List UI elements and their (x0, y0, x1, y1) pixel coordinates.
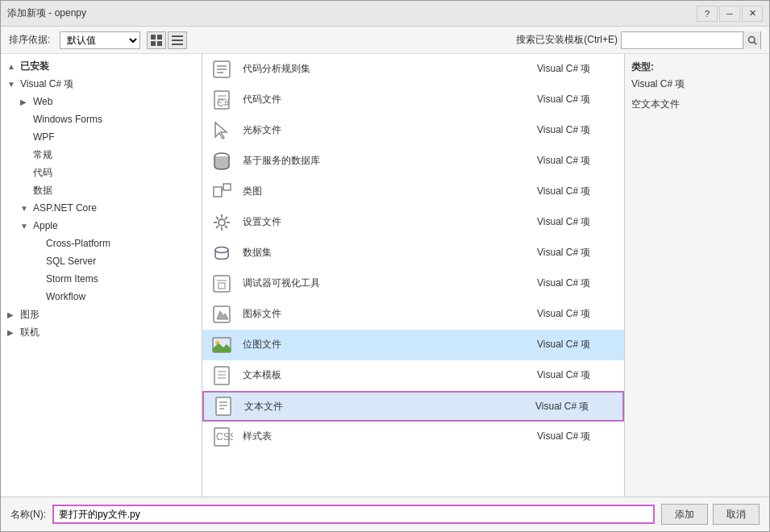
tree-item-web[interactable]: ▶Web (1, 93, 202, 110)
tree-label-visual-csharp: Visual C# 项 (20, 77, 73, 91)
cancel-button[interactable]: 取消 (713, 504, 760, 525)
tree-item-aspnet-core[interactable]: ▼ASP.NET Core (1, 199, 202, 217)
list-item-code-analysis[interactable]: 代码分析规则集Visual C# 项 (202, 54, 624, 85)
dialog-window: 添加新项 - openpy ? ─ ✕ 排序依据: 默认值 (0, 0, 770, 532)
tree-item-storm-items[interactable]: Storm Items (1, 270, 202, 288)
item-icon-icon-file (209, 301, 235, 327)
tree-label-sql-server: SQL Server (46, 256, 96, 267)
minimize-button[interactable]: ─ (719, 6, 740, 22)
expand-icon-aspnet-core: ▼ (20, 204, 30, 213)
item-category-class-diagram: Visual C# 项 (537, 185, 618, 198)
item-icon-settings-file (209, 210, 235, 235)
tree-item-common[interactable]: 常规 (1, 146, 202, 164)
tree-item-windows-forms[interactable]: Windows Forms (1, 110, 202, 128)
tree-label-web: Web (33, 96, 52, 107)
item-icon-service-db (209, 148, 235, 174)
item-icon-text-file (210, 393, 236, 419)
tree-item-data[interactable]: 数据 (1, 181, 202, 199)
list-item-class-diagram[interactable]: 类图Visual C# 项 (202, 177, 624, 207)
search-label: 搜索已安装模板(Ctrl+E) (516, 33, 618, 47)
close-button[interactable]: ✕ (742, 6, 763, 22)
item-name-dataset: 数据集 (243, 246, 529, 260)
tree-item-wpf[interactable]: WPF (1, 128, 202, 146)
svg-rect-6 (172, 44, 183, 45)
tree-item-graphics[interactable]: ▶图形 (1, 305, 202, 323)
tree-item-visual-csharp[interactable]: ▼Visual C# 项 (1, 75, 202, 93)
expand-icon-web: ▶ (20, 98, 30, 106)
item-category-text-file: Visual C# 项 (535, 400, 616, 414)
list-item-cursor-file[interactable]: 光标文件Visual C# 项 (202, 115, 624, 146)
tree-item-code[interactable]: 代码 (1, 164, 202, 181)
item-category-dataset: Visual C# 项 (537, 246, 618, 260)
item-category-service-db: Visual C# 项 (537, 154, 618, 168)
list-view-button[interactable] (168, 31, 187, 49)
list-item-bitmap-file[interactable]: 位图文件Visual C# 项 (202, 330, 624, 360)
list-item-text-template[interactable]: 文本模板Visual C# 项 (202, 360, 624, 391)
list-item-text-file[interactable]: 文本文件Visual C# 项 (202, 391, 624, 422)
tree-item-cross-platform[interactable]: Cross-Platform (1, 235, 202, 252)
item-icon-dataset (209, 240, 235, 266)
item-category-icon-file: Visual C# 项 (537, 307, 618, 321)
svg-text:CSS: CSS (216, 431, 233, 443)
title-bar: 添加新项 - openpy ? ─ ✕ (1, 1, 769, 27)
list-item-code-file[interactable]: C#代码文件Visual C# 项 (202, 85, 624, 115)
svg-marker-18 (215, 123, 227, 139)
item-category-bitmap-file: Visual C# 项 (537, 338, 618, 351)
svg-text:C#: C# (217, 98, 230, 109)
tree-label-cross-platform: Cross-Platform (46, 238, 110, 249)
item-icon-text-template (209, 363, 235, 389)
list-item-dataset[interactable]: 数据集Visual C# 项 (202, 238, 624, 268)
bottom-buttons: 添加 取消 (661, 504, 760, 525)
tree-item-network[interactable]: ▶联机 (1, 323, 202, 341)
item-name-icon-file: 图标文件 (243, 307, 529, 321)
item-icon-stylesheet: CSS (209, 424, 235, 450)
svg-rect-1 (157, 35, 162, 39)
item-icon-cursor-file (209, 118, 235, 143)
search-input[interactable] (622, 32, 743, 48)
tree-item-workflow[interactable]: Workflow (1, 288, 202, 305)
item-icon-code-analysis (209, 56, 235, 82)
right-panel: 类型: Visual C# 项 空文本文件 (624, 54, 769, 497)
content-area: ▲ 已安装 ▼Visual C# 项▶WebWindows FormsWPF常规… (1, 54, 769, 497)
installed-expand-icon: ▲ (7, 62, 17, 71)
tree-label-code: 代码 (33, 166, 52, 180)
item-icon-bitmap-file (209, 332, 235, 358)
item-icon-class-diagram (209, 179, 235, 205)
tree-container: ▼Visual C# 项▶WebWindows FormsWPF常规代码数据▼A… (1, 75, 202, 341)
description: 空文本文件 (631, 98, 763, 111)
svg-rect-5 (172, 39, 183, 41)
expand-icon-apple: ▼ (20, 222, 30, 231)
item-name-cursor-file: 光标文件 (243, 123, 529, 137)
items-list: 代码分析规则集Visual C# 项C#代码文件Visual C# 项光标文件V… (202, 54, 624, 452)
item-icon-code-file: C# (209, 87, 235, 113)
name-label: 名称(N): (10, 508, 46, 522)
name-input[interactable] (52, 505, 655, 524)
center-panel: 代码分析规则集Visual C# 项C#代码文件Visual C# 项光标文件V… (202, 54, 624, 497)
tree-label-wpf: WPF (33, 131, 55, 143)
list-item-debugger-viz[interactable]: 调试器可视化工具Visual C# 项 (202, 268, 624, 299)
sort-label: 排序依据: (9, 33, 50, 47)
tree-item-sql-server[interactable]: SQL Server (1, 252, 202, 270)
search-button[interactable] (743, 31, 760, 49)
search-box (621, 31, 761, 49)
item-name-service-db: 基于服务的数据库 (243, 154, 529, 168)
add-button[interactable]: 添加 (661, 504, 708, 525)
sort-select[interactable]: 默认值 (60, 31, 140, 49)
list-item-service-db[interactable]: 基于服务的数据库Visual C# 项 (202, 146, 624, 177)
item-category-stylesheet: Visual C# 项 (537, 430, 618, 443)
svg-point-23 (219, 219, 225, 226)
tree-item-apple[interactable]: ▼Apple (1, 217, 202, 235)
svg-rect-21 (223, 184, 231, 190)
view-buttons (147, 31, 187, 49)
grid-view-button[interactable] (147, 31, 166, 49)
installed-header[interactable]: ▲ 已安装 (1, 57, 202, 75)
svg-rect-3 (157, 41, 162, 46)
type-value: Visual C# 项 (631, 77, 763, 91)
list-item-icon-file[interactable]: 图标文件Visual C# 项 (202, 299, 624, 330)
left-panel: ▲ 已安装 ▼Visual C# 项▶WebWindows FormsWPF常规… (1, 54, 202, 497)
help-button[interactable]: ? (697, 6, 718, 22)
window-title: 添加新项 - openpy (7, 6, 697, 20)
list-item-settings-file[interactable]: 设置文件Visual C# 项 (202, 207, 624, 238)
expand-icon-network: ▶ (7, 328, 17, 337)
list-item-stylesheet[interactable]: CSS样式表Visual C# 项 (202, 422, 624, 452)
